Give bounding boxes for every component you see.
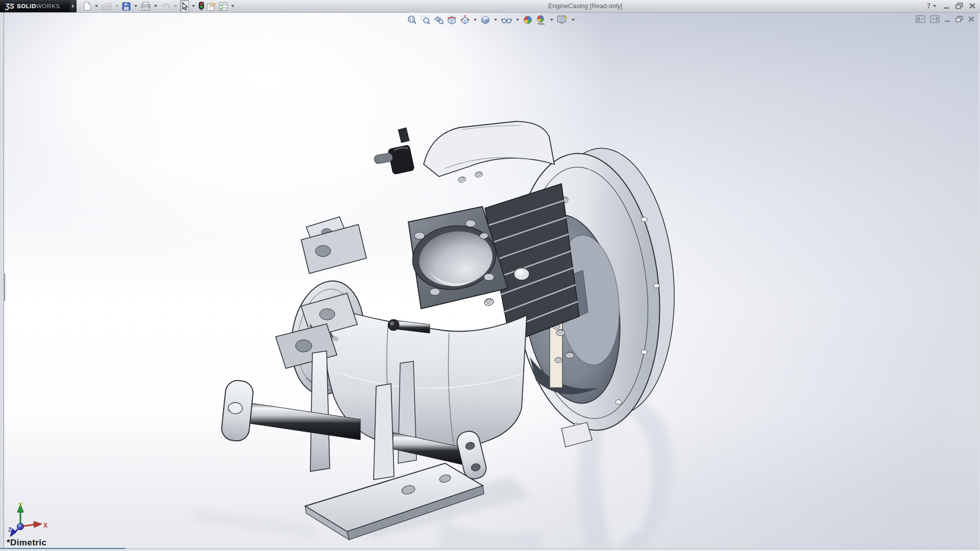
display-style-button[interactable] <box>479 14 492 26</box>
pane-previous-icon <box>916 15 925 23</box>
help-button[interactable]: ? <box>927 2 938 10</box>
top-cover <box>374 121 554 183</box>
minimize-button[interactable] <box>943 2 950 10</box>
view-orientation-button[interactable] <box>459 14 471 26</box>
options-button[interactable] <box>218 1 228 12</box>
view-settings-icon <box>557 15 568 25</box>
rebuild-button[interactable] <box>198 1 205 12</box>
title-bar: ƷS SOLIDWORKS <box>0 0 980 13</box>
doc-minimize-icon <box>944 16 951 22</box>
close-icon <box>969 3 976 9</box>
pane-next-icon <box>930 15 940 23</box>
main-toolbar <box>83 0 236 12</box>
pane-next-button[interactable] <box>930 15 940 23</box>
display-style-dropdown[interactable] <box>494 19 497 21</box>
rebuild-traffic-light-icon <box>199 2 204 11</box>
open-icon <box>102 2 112 10</box>
view-settings-button[interactable] <box>556 14 569 26</box>
help-dropdown <box>933 5 936 7</box>
document-window-controls <box>916 15 975 23</box>
triad-z-label: Z <box>8 527 12 533</box>
print-dropdown[interactable] <box>154 5 157 7</box>
doc-close-icon <box>968 16 975 22</box>
window-controls: ? <box>927 2 976 10</box>
display-style-icon <box>480 15 491 25</box>
select-button[interactable] <box>180 0 189 12</box>
doc-restore-icon <box>955 16 963 22</box>
engine-casing-3d-model <box>0 0 980 551</box>
new-dropdown[interactable] <box>95 5 98 7</box>
zoom-to-fit-icon <box>407 15 417 25</box>
zoom-to-area-button[interactable] <box>419 14 431 26</box>
help-icon: ? <box>927 2 930 10</box>
print-icon <box>141 2 151 11</box>
orientation-triad: Y X Z <box>7 500 49 541</box>
apply-scene-button[interactable] <box>535 14 548 26</box>
file-properties-button[interactable] <box>206 1 217 12</box>
view-orientation-icon <box>460 15 470 25</box>
hide-show-items-icon <box>501 15 512 25</box>
pane-previous-button[interactable] <box>916 15 925 23</box>
zoom-to-fit-button[interactable] <box>406 14 418 26</box>
menu-expand-tab[interactable] <box>70 0 77 12</box>
print-button[interactable] <box>140 1 151 12</box>
options-icon <box>219 2 228 11</box>
zoom-to-area-icon <box>420 15 430 25</box>
doc-restore-button[interactable] <box>955 16 963 22</box>
logo-3s-glyph: ƷS <box>5 2 14 10</box>
save-icon <box>122 2 131 11</box>
save-button[interactable] <box>121 1 131 12</box>
view-orientation-label: *Dimetric <box>7 538 46 548</box>
undo-icon <box>161 2 170 10</box>
apply-scene-dropdown[interactable] <box>550 19 553 21</box>
previous-view-button[interactable] <box>432 14 445 26</box>
view-orientation-dropdown[interactable] <box>474 19 477 21</box>
undo-button[interactable] <box>160 1 171 12</box>
open-button[interactable] <box>101 1 112 12</box>
select-dropdown[interactable] <box>192 5 195 7</box>
close-button[interactable] <box>969 2 976 10</box>
apply-scene-icon <box>536 15 547 25</box>
window-left-border <box>0 12 4 551</box>
status-bar-edge-left <box>0 548 126 551</box>
graphics-viewport[interactable]: Y X Z *Dimetric <box>0 12 980 551</box>
options-dropdown[interactable] <box>231 5 234 7</box>
status-bar-edge-right <box>126 548 980 551</box>
new-document-icon <box>83 2 91 11</box>
expand-arrow-icon <box>72 4 75 8</box>
triad-x-label: X <box>43 522 47 529</box>
solidworks-logo: ƷS SOLIDWORKS <box>0 0 70 12</box>
select-cursor-icon <box>181 2 188 11</box>
section-view-button[interactable] <box>446 14 458 26</box>
restore-icon <box>955 3 963 9</box>
solidworks-window: ƷS SOLIDWORKS <box>0 0 980 551</box>
view-settings-dropdown[interactable] <box>572 19 575 21</box>
open-dropdown[interactable] <box>115 5 118 7</box>
heads-up-view-toolbar <box>406 14 576 26</box>
doc-close-button[interactable] <box>968 16 975 22</box>
new-document-button[interactable] <box>83 1 92 12</box>
doc-minimize-button[interactable] <box>944 16 951 22</box>
hide-show-items-button[interactable] <box>500 14 513 26</box>
hide-show-items-dropdown[interactable] <box>516 19 519 21</box>
triad-y-label: Y <box>18 502 22 509</box>
undo-dropdown[interactable] <box>174 5 177 7</box>
logo-brand-text: SOLIDWORKS <box>17 3 60 9</box>
section-view-icon <box>447 15 457 25</box>
document-title: EngineCasing [Read-only] <box>548 3 622 10</box>
file-properties-icon <box>207 2 216 11</box>
edit-appearance-button[interactable] <box>522 14 534 26</box>
edit-appearance-icon <box>523 15 533 25</box>
restore-button[interactable] <box>955 2 963 10</box>
previous-view-icon <box>433 15 444 25</box>
save-dropdown[interactable] <box>134 5 137 7</box>
minimize-icon <box>943 3 950 9</box>
